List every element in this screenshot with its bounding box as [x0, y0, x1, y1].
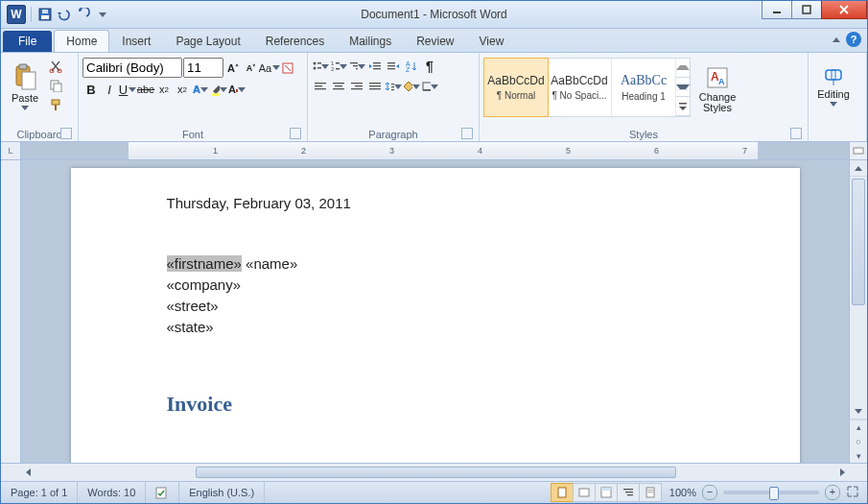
format-painter-icon[interactable]: [47, 96, 64, 113]
underline-icon[interactable]: U: [119, 81, 136, 98]
save-icon[interactable]: [36, 6, 54, 23]
prev-page-icon[interactable]: ▴: [850, 420, 867, 435]
document-page[interactable]: Thursday, February 03, 2011 «firstname» …: [71, 168, 800, 463]
styles-dialog-launcher[interactable]: [790, 128, 802, 139]
ruler-toggle-icon[interactable]: [849, 142, 867, 159]
svg-rect-16: [236, 89, 238, 92]
font-dialog-launcher[interactable]: [290, 128, 301, 139]
tab-view[interactable]: View: [467, 30, 517, 52]
line-spacing-icon[interactable]: [385, 78, 402, 95]
qat-customize-icon[interactable]: [94, 6, 111, 23]
tab-references[interactable]: References: [253, 30, 337, 52]
multilevel-list-icon[interactable]: [348, 58, 365, 75]
status-language[interactable]: English (U.S.): [179, 482, 265, 503]
highlight-icon[interactable]: [210, 81, 227, 98]
zoom-in-icon[interactable]: +: [825, 485, 840, 500]
svg-rect-11: [54, 84, 61, 92]
status-proofing-icon[interactable]: [146, 482, 179, 503]
subscript-icon[interactable]: x2: [155, 81, 173, 98]
text-effects-icon[interactable]: A: [192, 81, 209, 98]
vertical-scrollbar[interactable]: ▴ ○ ▾: [849, 160, 867, 463]
redo-icon[interactable]: [75, 6, 92, 23]
horizontal-ruler[interactable]: L 1 2 3 4 5 6 7: [1, 142, 867, 160]
vertical-ruler[interactable]: [1, 160, 21, 463]
style-heading-1[interactable]: AaBbCc Heading 1: [612, 59, 676, 116]
bullets-icon[interactable]: [312, 58, 329, 75]
status-words[interactable]: Words: 10: [78, 482, 146, 503]
svg-rect-29: [373, 65, 381, 66]
tab-mailings[interactable]: Mailings: [337, 30, 404, 52]
zoom-slider[interactable]: [723, 491, 819, 494]
align-left-icon[interactable]: [312, 78, 329, 95]
gallery-more-icon[interactable]: [676, 97, 690, 116]
zoom-level[interactable]: 100%: [669, 487, 696, 498]
view-outline-icon[interactable]: [617, 483, 640, 502]
document-canvas[interactable]: Thursday, February 03, 2011 «firstname» …: [21, 160, 849, 463]
minimize-button[interactable]: [762, 1, 792, 19]
select-browse-object-icon[interactable]: ○: [850, 435, 867, 449]
tab-page-layout[interactable]: Page Layout: [163, 30, 252, 52]
scroll-left-icon[interactable]: [20, 465, 35, 480]
font-size-combo[interactable]: [183, 58, 223, 78]
change-styles-button[interactable]: AA Change Styles: [694, 58, 740, 121]
superscript-icon[interactable]: x2: [174, 81, 191, 98]
scroll-up-icon[interactable]: [850, 160, 867, 177]
tab-home[interactable]: Home: [54, 30, 109, 52]
strikethrough-icon[interactable]: abe: [137, 81, 154, 98]
editing-button[interactable]: Editing: [812, 55, 855, 118]
next-page-icon[interactable]: ▾: [850, 448, 867, 463]
sort-icon[interactable]: AZ: [403, 58, 420, 75]
paragraph-dialog-launcher[interactable]: [461, 128, 473, 139]
tab-review[interactable]: Review: [404, 30, 466, 52]
style-no-spacing[interactable]: AaBbCcDd ¶ No Spaci...: [548, 59, 612, 116]
group-paragraph-label: Paragraph: [368, 129, 417, 140]
zoom-out-icon[interactable]: −: [702, 485, 717, 500]
vscroll-thumb[interactable]: [852, 179, 865, 305]
tab-insert[interactable]: Insert: [109, 30, 163, 52]
shading-icon[interactable]: [403, 78, 420, 95]
tab-selector[interactable]: L: [1, 142, 21, 159]
scroll-right-icon[interactable]: [834, 465, 850, 480]
view-full-screen-icon[interactable]: [573, 483, 596, 502]
italic-icon[interactable]: I: [101, 81, 118, 98]
justify-icon[interactable]: [366, 78, 384, 95]
clipboard-dialog-launcher[interactable]: [60, 128, 72, 139]
style-normal[interactable]: AaBbCcDd ¶ Normal: [483, 58, 549, 117]
gallery-up-icon[interactable]: [676, 59, 690, 78]
hscroll-thumb[interactable]: [196, 467, 677, 478]
horizontal-scrollbar[interactable]: [1, 463, 867, 481]
clear-formatting-icon[interactable]: [279, 60, 296, 77]
undo-icon[interactable]: [56, 6, 73, 23]
close-button[interactable]: [821, 1, 867, 19]
merge-field-firstname[interactable]: «firstname»: [167, 255, 242, 272]
zoom-full-icon[interactable]: [846, 485, 859, 500]
paste-button[interactable]: Paste: [5, 55, 45, 118]
scroll-down-icon[interactable]: [850, 403, 867, 420]
font-name-combo[interactable]: [82, 58, 182, 78]
view-web-layout-icon[interactable]: [595, 483, 618, 502]
gallery-down-icon[interactable]: [676, 78, 690, 97]
zoom-slider-thumb[interactable]: [769, 487, 779, 500]
decrease-indent-icon[interactable]: [366, 58, 384, 75]
copy-icon[interactable]: [47, 77, 64, 94]
numbering-icon[interactable]: 12: [330, 58, 347, 75]
change-case-icon[interactable]: Aa: [261, 60, 278, 77]
word-app-icon[interactable]: W: [7, 5, 26, 24]
align-right-icon[interactable]: [348, 78, 365, 95]
status-page[interactable]: Page: 1 of 1: [1, 482, 78, 503]
shrink-font-icon[interactable]: A˅: [243, 60, 260, 77]
maximize-button[interactable]: [791, 1, 822, 19]
font-color-icon[interactable]: A: [228, 81, 246, 98]
show-hide-icon[interactable]: ¶: [421, 58, 438, 75]
increase-indent-icon[interactable]: [385, 58, 402, 75]
align-center-icon[interactable]: [330, 78, 347, 95]
borders-icon[interactable]: [421, 78, 438, 95]
bold-icon[interactable]: B: [82, 81, 100, 98]
cut-icon[interactable]: [47, 58, 64, 75]
help-icon[interactable]: ?: [846, 32, 861, 47]
tab-file[interactable]: File: [3, 31, 52, 52]
minimize-ribbon-icon[interactable]: [833, 37, 840, 42]
view-print-layout-icon[interactable]: [551, 483, 574, 502]
grow-font-icon[interactable]: A˄: [224, 60, 242, 77]
view-draft-icon[interactable]: [639, 483, 662, 502]
